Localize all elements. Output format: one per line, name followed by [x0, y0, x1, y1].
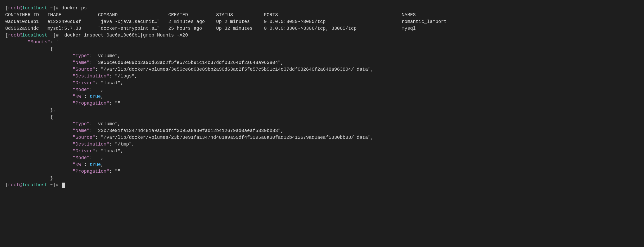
- final-path: ~: [47, 182, 53, 188]
- block2-dest-line: "Destination": "/tmp",: [5, 141, 639, 148]
- block2-driver-line: "Driver": "local",: [5, 148, 639, 154]
- block2-open-brace: {: [5, 114, 639, 121]
- block1-mode-val: "",: [95, 87, 104, 92]
- block2-rw-val: true: [90, 162, 101, 167]
- table-row-2: 8d9962a904dc mysql:5.7.33 "docker-entryp…: [5, 25, 639, 32]
- prompt-host: localhost: [22, 5, 47, 11]
- block1-mode-line: "Mode": "",: [5, 86, 639, 93]
- cmd2-line: [root@localhost ~]# docker inspect 0ac6a…: [5, 32, 639, 39]
- block1-dest-line: "Destination": "/logs",: [5, 73, 639, 80]
- block2-prop-key: "Propagation": [73, 169, 109, 174]
- mounts-key-line: "Mounts": [: [5, 39, 639, 45]
- block1-name-line: "Name": "3e56ce6d68e89bb2a90d63ac2f5fe57…: [5, 59, 639, 66]
- block1-dest-val: "/logs",: [115, 74, 137, 79]
- block2-driver-key: "Driver": [73, 148, 95, 154]
- block1-type-key: "Type": [73, 53, 90, 58]
- block2-rw-comma: ,: [101, 162, 104, 167]
- cmd1-line: [root@localhost ~]# docker ps: [5, 5, 639, 11]
- block1-dest-key: "Destination": [73, 74, 109, 79]
- block2-driver-colon: :: [95, 148, 101, 154]
- block1-driver-colon: :: [95, 80, 101, 86]
- block1-rw-val: true: [90, 94, 101, 99]
- block1-rw-line: "RW": true,: [5, 93, 639, 100]
- table-row-1: 0ac6a10c68b1 e1222496c69f "java -Djava.s…: [5, 18, 639, 25]
- block2-dest-val: "/tmp",: [115, 142, 135, 147]
- block1-source-colon: :: [95, 67, 101, 72]
- block2-name-line: "Name": "23b73e91fa13474d481a9a59df4f309…: [5, 127, 639, 134]
- block2-prop-val: "": [115, 169, 121, 174]
- prompt-bracket-close2: ]: [53, 33, 56, 38]
- block2-source-val: "/var/lib/docker/volumes/23b73e91fa13474…: [101, 135, 374, 140]
- mounts-colon: : [: [50, 39, 59, 45]
- cmd1-text: docker ps: [59, 5, 87, 11]
- block1-name-val: "3e56ce6d68e89bb2a90d63ac2f5fe57c5b91c14…: [95, 60, 284, 65]
- block2-rw-line: "RW": true,: [5, 161, 639, 168]
- block2-name-colon: :: [90, 128, 95, 133]
- row1-id: 0ac6a10c68b1 e1222496c69f "java -Djava.s…: [5, 19, 447, 24]
- block2-brace: {: [50, 115, 53, 120]
- block1-type-colon: :: [90, 53, 95, 58]
- block2-close-brace: }: [50, 176, 53, 181]
- block2-mode-colon: :: [90, 155, 95, 160]
- final-at: @: [19, 182, 22, 188]
- prompt-root2: root: [8, 33, 19, 38]
- block1-mode-colon: :: [90, 87, 95, 92]
- block1-type-line: "Type": "volume",: [5, 52, 639, 59]
- block1-prop-line: "Propagation": "": [5, 100, 639, 107]
- table-header-text: CONTAINER ID IMAGE COMMAND CREATED STATU…: [5, 12, 416, 17]
- block2-source-key: "Source": [73, 135, 95, 140]
- block1-dest-colon: :: [109, 74, 115, 79]
- block1-prop-key: "Propagation": [73, 101, 109, 106]
- block2-prop-line: "Propagation": "": [5, 168, 639, 175]
- prompt-root: root: [8, 5, 19, 11]
- block2-type-val: "volume",: [95, 121, 121, 126]
- cursor-block: [62, 183, 65, 188]
- block2-rw-key: "RW": [73, 162, 84, 167]
- block1-driver-key: "Driver": [73, 80, 95, 86]
- block2-dest-colon: :: [109, 142, 115, 147]
- terminal: [root@localhost ~]# docker ps CONTAINER …: [5, 5, 639, 189]
- block2-mode-key: "Mode": [73, 155, 90, 160]
- block1-prop-colon: :: [109, 101, 115, 106]
- block1-source-key: "Source": [73, 67, 95, 72]
- mounts-key: "Mounts": [28, 39, 50, 45]
- prompt-at2: @: [19, 33, 22, 38]
- block1-mode-key: "Mode": [73, 87, 90, 92]
- block2-name-val: "23b73e91fa13474d481a9a59df4f3095a8a30fa…: [95, 128, 284, 133]
- block1-close-brace: },: [50, 107, 56, 113]
- prompt-hash2: # docker inspect 0ac6a10c68b1|grep Mount…: [56, 33, 188, 38]
- block2-mode-val: "",: [95, 155, 104, 160]
- block1-name-colon: :: [90, 60, 95, 65]
- final-prompt-line: [root@localhost ~]#: [5, 182, 639, 188]
- final-host: localhost: [22, 182, 47, 188]
- block2-name-key: "Name": [73, 128, 90, 133]
- block1-type-val: "volume",: [95, 53, 121, 58]
- block2-driver-val: "local",: [101, 148, 123, 154]
- block1-close: },: [5, 107, 639, 113]
- block2-rw-colon: :: [84, 162, 90, 167]
- block1-driver-val: "local",: [101, 80, 123, 86]
- prompt-bracket-close: ]: [53, 5, 56, 11]
- block2-mode-line: "Mode": "",: [5, 154, 639, 161]
- table-header: CONTAINER ID IMAGE COMMAND CREATED STATU…: [5, 11, 639, 18]
- final-hash: #: [56, 182, 59, 188]
- prompt-path2: ~: [47, 33, 53, 38]
- final-root: root: [8, 182, 19, 188]
- block1-name-key: "Name": [73, 60, 90, 65]
- block1-driver-line: "Driver": "local",: [5, 80, 639, 86]
- prompt-hash: #: [56, 5, 59, 11]
- block1-rw-key: "RW": [73, 94, 84, 99]
- prompt-bracket-open2: [: [5, 33, 8, 38]
- block2-source-colon: :: [95, 135, 101, 140]
- block2-prop-colon: :: [109, 169, 115, 174]
- prompt-path: ~: [47, 5, 53, 11]
- block1-source-line: "Source": "/var/lib/docker/volumes/3e56c…: [5, 66, 639, 73]
- block2-source-line: "Source": "/var/lib/docker/volumes/23b73…: [5, 134, 639, 141]
- final-bracket-close: ]: [53, 182, 56, 188]
- prompt-at: @: [19, 5, 22, 11]
- block2-close: }: [5, 175, 639, 182]
- block1-open-brace: {: [5, 46, 639, 52]
- block2-dest-key: "Destination": [73, 142, 109, 147]
- block1-rw-comma: ,: [101, 94, 104, 99]
- row2-id: 8d9962a904dc mysql:5.7.33 "docker-entryp…: [5, 26, 416, 31]
